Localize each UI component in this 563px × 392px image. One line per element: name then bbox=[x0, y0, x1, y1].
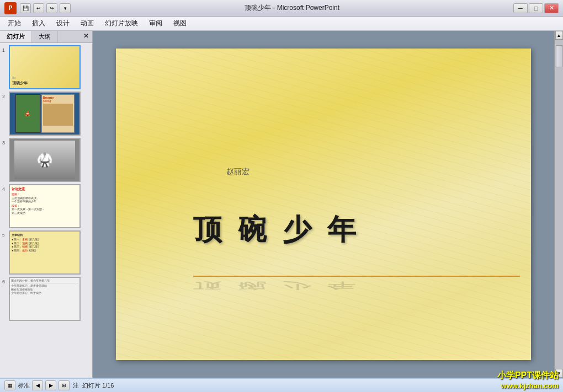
slide-count: 幻灯片 1/16 bbox=[82, 382, 114, 390]
main-container: P 💾 ↩ ↪ ▾ 顶碗少年 - Microsoft PowerPoint ─ … bbox=[0, 0, 563, 392]
quick-access-toolbar: 💾 ↩ ↪ ▾ bbox=[20, 3, 71, 13]
customize-button[interactable]: ▾ bbox=[60, 3, 71, 13]
right-scrollbar: ▲ ▼ bbox=[554, 31, 563, 378]
slide-title: 顶 碗 少 年 bbox=[193, 211, 360, 249]
tab-slides[interactable]: 幻灯片 bbox=[0, 31, 32, 42]
scroll-down-button[interactable]: ▼ bbox=[555, 369, 563, 378]
menu-view[interactable]: 视图 bbox=[168, 18, 192, 29]
save-button[interactable]: 💾 bbox=[20, 3, 31, 13]
slide-thumb-3: 🥋 bbox=[9, 138, 81, 182]
window-controls: ─ □ ✕ bbox=[513, 3, 559, 13]
view-normal-icon[interactable]: ▦ bbox=[4, 380, 15, 390]
close-button[interactable]: ✕ bbox=[544, 3, 559, 13]
title-bar-left: P 💾 ↩ ↪ ▾ bbox=[4, 2, 71, 14]
slide-number-2: 2 bbox=[2, 94, 9, 99]
slide-thumb-2: 🎪 Beauty Strong bbox=[9, 92, 81, 136]
view-grid-button[interactable]: ⊞ bbox=[59, 380, 70, 390]
slide-item-6[interactable]: 6 重点句段分析，第六节至第八节 少年重新练习，老者微笑鼓励 碗在头顶摇摇欲坠 … bbox=[2, 277, 90, 321]
minimize-button[interactable]: ─ bbox=[513, 3, 528, 13]
slide-number-5: 5 bbox=[2, 233, 9, 238]
slide-canvas[interactable]: 赵丽宏 顶 碗 少 年 顶 碗 少 年 bbox=[116, 49, 531, 360]
window-title: 顶碗少年 - Microsoft PowerPoint bbox=[71, 3, 513, 13]
panel-tabs: 幻灯片 大纲 ✕ bbox=[0, 31, 92, 43]
content-area: 幻灯片 大纲 ✕ 1 Rit 顶碗少年 2 bbox=[0, 31, 563, 378]
slide-number-6: 6 bbox=[2, 279, 9, 284]
slide-thumb-4: 讨论交流 思路： 三次顶碗的精彩表演， 一个坚持不懈的少年 段落： 第一次失败→… bbox=[9, 184, 81, 228]
tab-outline[interactable]: 大纲 bbox=[32, 31, 58, 42]
slide-number-4: 4 bbox=[2, 186, 9, 192]
panel-close-button[interactable]: ✕ bbox=[80, 31, 92, 42]
left-panel: 幻灯片 大纲 ✕ 1 Rit 顶碗少年 2 bbox=[0, 31, 93, 378]
slide-title-reflection: 顶 碗 少 年 bbox=[193, 280, 360, 292]
slide-author: 赵丽宏 bbox=[226, 167, 249, 177]
scroll-up-button[interactable]: ▲ bbox=[555, 31, 563, 40]
slide-number-3: 3 bbox=[2, 140, 9, 146]
slide-thumb-1: Rit 顶碗少年 bbox=[9, 45, 81, 89]
slide-thumb-5: 文章结构 ● 第一：承碗 [第几段] ● 第二：顶碗 [第几段] ● 第三：扣碗… bbox=[9, 230, 81, 275]
slide-item-1[interactable]: 1 Rit 顶碗少年 bbox=[2, 45, 90, 89]
slide-thumb-6: 重点句段分析，第六节至第八节 少年重新练习，老者微笑鼓励 碗在头顶摇摇欲坠 少年… bbox=[9, 277, 81, 321]
restore-button[interactable]: □ bbox=[529, 3, 543, 13]
menu-review[interactable]: 审阅 bbox=[144, 18, 168, 29]
title-bar: P 💾 ↩ ↪ ▾ 顶碗少年 - Microsoft PowerPoint ─ … bbox=[0, 0, 563, 17]
menu-design[interactable]: 设计 bbox=[51, 18, 75, 29]
powerpoint-icon: P bbox=[4, 2, 17, 14]
redo-button[interactable]: ↪ bbox=[46, 3, 57, 13]
scroll-thumb[interactable] bbox=[556, 45, 562, 67]
note-label: 注 bbox=[73, 382, 79, 390]
slide-item-4[interactable]: 4 讨论交流 思路： 三次顶碗的精彩表演， 一个坚持不懈的少年 段落： 第一次失… bbox=[2, 184, 90, 228]
menu-bar: 开始 插入 设计 动画 幻灯片放映 审阅 视图 bbox=[0, 17, 563, 31]
scroll-track bbox=[555, 40, 563, 369]
menu-slideshow[interactable]: 幻灯片放映 bbox=[99, 18, 144, 29]
slide-divider-line bbox=[193, 276, 520, 277]
view-label: 标准 bbox=[18, 382, 30, 390]
slide-center: 赵丽宏 顶 碗 少 年 顶 碗 少 年 bbox=[93, 31, 554, 378]
slide-number-1: 1 bbox=[2, 47, 9, 53]
slide-wrapper: 赵丽宏 顶 碗 少 年 顶 碗 少 年 bbox=[93, 31, 554, 378]
menu-insert[interactable]: 插入 bbox=[26, 18, 51, 29]
next-slide-button[interactable]: ▶ bbox=[45, 380, 56, 390]
slide-item-2[interactable]: 2 🎪 Beauty Strong bbox=[2, 92, 90, 136]
undo-button[interactable]: ↩ bbox=[33, 3, 44, 13]
bottom-bar: ▦ 标准 ◀ ▶ ⊞ 注 幻灯片 1/16 bbox=[0, 378, 563, 392]
slides-list: 1 Rit 顶碗少年 2 🎪 bbox=[0, 43, 92, 378]
slide-item-5[interactable]: 5 文章结构 ● 第一：承碗 [第几段] ● 第二：顶碗 [第几段] ● 第三：… bbox=[2, 230, 90, 275]
menu-start[interactable]: 开始 bbox=[2, 18, 26, 29]
slide-item-3[interactable]: 3 🥋 bbox=[2, 138, 90, 182]
previous-slide-button[interactable]: ◀ bbox=[32, 380, 43, 390]
menu-animation[interactable]: 动画 bbox=[75, 18, 99, 29]
